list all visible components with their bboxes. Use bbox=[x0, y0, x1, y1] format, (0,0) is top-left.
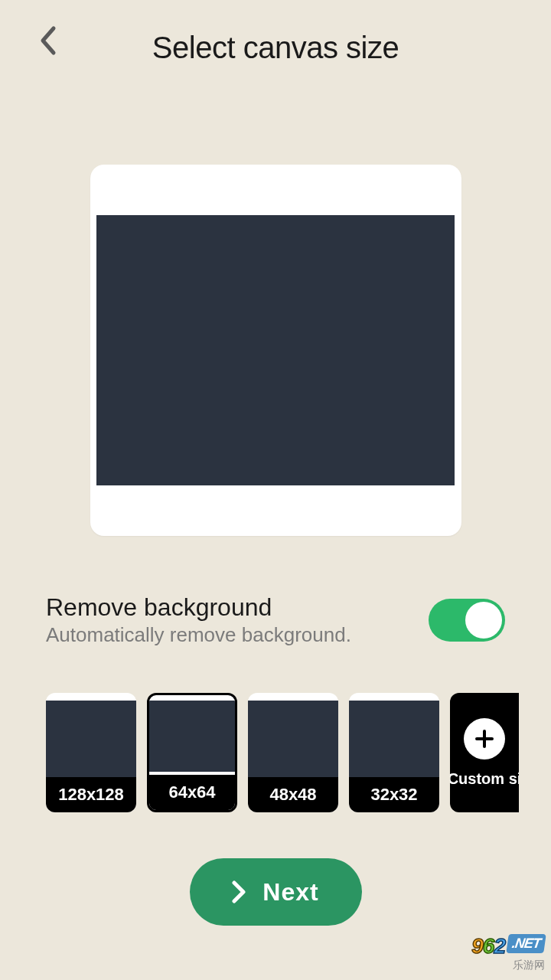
size-thumb bbox=[349, 701, 439, 777]
size-label: 128x128 bbox=[46, 777, 136, 812]
size-label: 32x32 bbox=[349, 777, 439, 812]
size-label: 48x48 bbox=[248, 777, 338, 812]
toggle-knob bbox=[465, 602, 502, 639]
back-button[interactable] bbox=[38, 25, 57, 56]
watermark-sub: 乐游网 bbox=[474, 959, 545, 972]
next-button-label: Next bbox=[262, 878, 318, 906]
watermark-digit: 2 bbox=[494, 934, 505, 959]
size-options-row: 128x128 64x64 48x48 32x32 Custom si bbox=[0, 693, 551, 812]
canvas-preview-inner bbox=[96, 215, 455, 485]
size-option-128x128[interactable]: 128x128 bbox=[46, 693, 136, 812]
size-option-64x64[interactable]: 64x64 bbox=[147, 693, 237, 812]
remove-background-row: Remove background Automatically remove b… bbox=[0, 593, 551, 647]
remove-background-toggle[interactable] bbox=[429, 599, 505, 642]
size-thumb bbox=[248, 701, 338, 777]
watermark-digit: 6 bbox=[483, 934, 494, 959]
chevron-right-icon bbox=[232, 880, 246, 903]
header: Select canvas size bbox=[0, 0, 551, 80]
size-label: 64x64 bbox=[149, 775, 235, 810]
watermark-digit: 9 bbox=[471, 934, 483, 959]
size-option-32x32[interactable]: 32x32 bbox=[349, 693, 439, 812]
page-title: Select canvas size bbox=[23, 31, 528, 65]
size-thumb bbox=[46, 701, 136, 777]
custom-size-label: Custom si bbox=[450, 770, 519, 788]
size-option-48x48[interactable]: 48x48 bbox=[248, 693, 338, 812]
plus-icon bbox=[464, 718, 505, 760]
canvas-preview bbox=[90, 165, 461, 536]
size-thumb bbox=[149, 701, 235, 772]
watermark-net: .NET bbox=[506, 934, 546, 953]
size-option-custom[interactable]: Custom si bbox=[450, 693, 519, 812]
watermark: 9 6 2 .NET 乐游网 bbox=[471, 934, 545, 972]
remove-background-subtitle: Automatically remove background. bbox=[46, 623, 351, 647]
next-button[interactable]: Next bbox=[190, 858, 362, 926]
remove-background-title: Remove background bbox=[46, 593, 351, 622]
remove-background-text: Remove background Automatically remove b… bbox=[46, 593, 351, 647]
chevron-left-icon bbox=[38, 25, 57, 56]
